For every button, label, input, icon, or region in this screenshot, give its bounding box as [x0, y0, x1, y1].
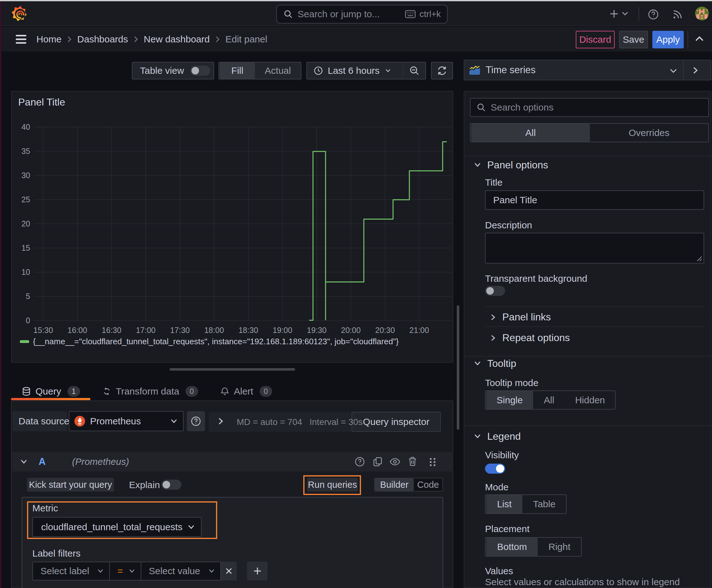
svg-text:40: 40 [21, 123, 30, 131]
svg-text:17:30: 17:30 [170, 326, 190, 335]
svg-text:17:00: 17:00 [136, 326, 156, 335]
svg-text:10: 10 [21, 268, 30, 276]
svg-text:15: 15 [21, 244, 30, 252]
svg-text:16:30: 16:30 [102, 326, 122, 335]
svg-text:18:30: 18:30 [239, 326, 258, 335]
svg-text:35: 35 [21, 147, 30, 155]
svg-text:16:00: 16:00 [67, 326, 87, 335]
svg-text:20: 20 [21, 219, 30, 228]
svg-text:15:30: 15:30 [33, 326, 53, 335]
svg-text:18:00: 18:00 [204, 326, 224, 335]
svg-text:21:00: 21:00 [409, 326, 429, 335]
svg-text:25: 25 [21, 195, 30, 204]
svg-text:5: 5 [26, 292, 30, 300]
svg-text:20:30: 20:30 [375, 326, 395, 335]
svg-text:20:00: 20:00 [341, 326, 361, 335]
svg-text:19:00: 19:00 [273, 326, 293, 335]
svg-text:30: 30 [21, 171, 30, 180]
svg-text:0: 0 [26, 316, 30, 325]
svg-text:19:30: 19:30 [307, 326, 327, 335]
